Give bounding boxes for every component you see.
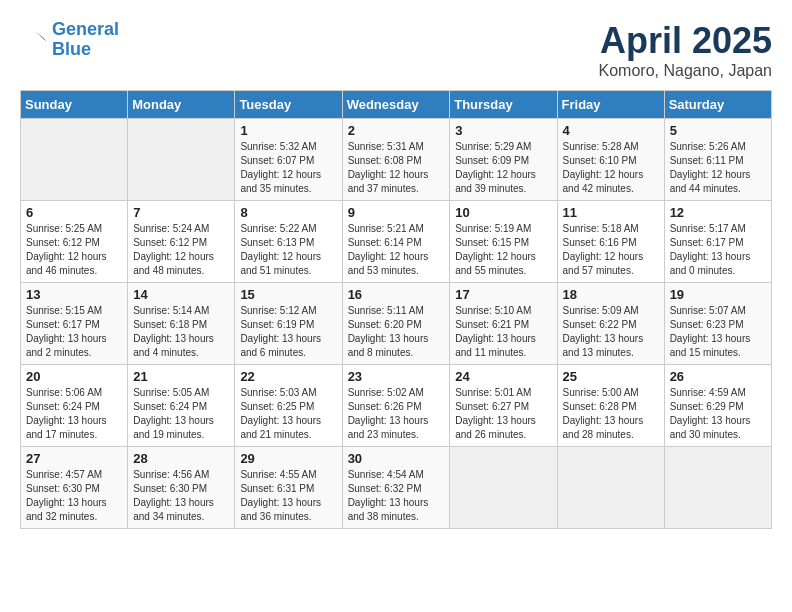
- calendar-cell: 16Sunrise: 5:11 AM Sunset: 6:20 PM Dayli…: [342, 283, 450, 365]
- calendar-cell: 22Sunrise: 5:03 AM Sunset: 6:25 PM Dayli…: [235, 365, 342, 447]
- day-number: 5: [670, 123, 766, 138]
- day-info: Sunrise: 5:14 AM Sunset: 6:18 PM Dayligh…: [133, 304, 229, 360]
- day-number: 24: [455, 369, 551, 384]
- day-info: Sunrise: 5:29 AM Sunset: 6:09 PM Dayligh…: [455, 140, 551, 196]
- day-info: Sunrise: 5:12 AM Sunset: 6:19 PM Dayligh…: [240, 304, 336, 360]
- weekday-header-friday: Friday: [557, 91, 664, 119]
- day-number: 13: [26, 287, 122, 302]
- day-number: 16: [348, 287, 445, 302]
- day-number: 11: [563, 205, 659, 220]
- calendar-cell: 14Sunrise: 5:14 AM Sunset: 6:18 PM Dayli…: [128, 283, 235, 365]
- calendar-cell: 10Sunrise: 5:19 AM Sunset: 6:15 PM Dayli…: [450, 201, 557, 283]
- calendar-cell: 19Sunrise: 5:07 AM Sunset: 6:23 PM Dayli…: [664, 283, 771, 365]
- calendar-cell: 11Sunrise: 5:18 AM Sunset: 6:16 PM Dayli…: [557, 201, 664, 283]
- calendar-cell: 15Sunrise: 5:12 AM Sunset: 6:19 PM Dayli…: [235, 283, 342, 365]
- day-number: 29: [240, 451, 336, 466]
- calendar-cell: 1Sunrise: 5:32 AM Sunset: 6:07 PM Daylig…: [235, 119, 342, 201]
- calendar-cell: 9Sunrise: 5:21 AM Sunset: 6:14 PM Daylig…: [342, 201, 450, 283]
- calendar-cell: 25Sunrise: 5:00 AM Sunset: 6:28 PM Dayli…: [557, 365, 664, 447]
- day-number: 10: [455, 205, 551, 220]
- day-info: Sunrise: 5:24 AM Sunset: 6:12 PM Dayligh…: [133, 222, 229, 278]
- calendar-week-row: 13Sunrise: 5:15 AM Sunset: 6:17 PM Dayli…: [21, 283, 772, 365]
- day-info: Sunrise: 5:11 AM Sunset: 6:20 PM Dayligh…: [348, 304, 445, 360]
- calendar-cell: 26Sunrise: 4:59 AM Sunset: 6:29 PM Dayli…: [664, 365, 771, 447]
- calendar-cell: 4Sunrise: 5:28 AM Sunset: 6:10 PM Daylig…: [557, 119, 664, 201]
- calendar-cell: 2Sunrise: 5:31 AM Sunset: 6:08 PM Daylig…: [342, 119, 450, 201]
- calendar-cell: 6Sunrise: 5:25 AM Sunset: 6:12 PM Daylig…: [21, 201, 128, 283]
- weekday-header-thursday: Thursday: [450, 91, 557, 119]
- calendar-week-row: 1Sunrise: 5:32 AM Sunset: 6:07 PM Daylig…: [21, 119, 772, 201]
- calendar-cell: 28Sunrise: 4:56 AM Sunset: 6:30 PM Dayli…: [128, 447, 235, 529]
- calendar-cell: [664, 447, 771, 529]
- weekday-header-row: SundayMondayTuesdayWednesdayThursdayFrid…: [21, 91, 772, 119]
- day-number: 27: [26, 451, 122, 466]
- day-number: 9: [348, 205, 445, 220]
- day-number: 21: [133, 369, 229, 384]
- day-number: 30: [348, 451, 445, 466]
- day-info: Sunrise: 5:22 AM Sunset: 6:13 PM Dayligh…: [240, 222, 336, 278]
- day-info: Sunrise: 5:07 AM Sunset: 6:23 PM Dayligh…: [670, 304, 766, 360]
- calendar-week-row: 20Sunrise: 5:06 AM Sunset: 6:24 PM Dayli…: [21, 365, 772, 447]
- day-number: 17: [455, 287, 551, 302]
- calendar-cell: 12Sunrise: 5:17 AM Sunset: 6:17 PM Dayli…: [664, 201, 771, 283]
- day-info: Sunrise: 5:28 AM Sunset: 6:10 PM Dayligh…: [563, 140, 659, 196]
- day-number: 25: [563, 369, 659, 384]
- day-number: 3: [455, 123, 551, 138]
- calendar-subtitle: Komoro, Nagano, Japan: [599, 62, 772, 80]
- title-section: April 2025 Komoro, Nagano, Japan: [599, 20, 772, 80]
- calendar-cell: [21, 119, 128, 201]
- calendar-cell: 5Sunrise: 5:26 AM Sunset: 6:11 PM Daylig…: [664, 119, 771, 201]
- day-number: 8: [240, 205, 336, 220]
- day-info: Sunrise: 5:21 AM Sunset: 6:14 PM Dayligh…: [348, 222, 445, 278]
- calendar-week-row: 6Sunrise: 5:25 AM Sunset: 6:12 PM Daylig…: [21, 201, 772, 283]
- calendar-cell: 27Sunrise: 4:57 AM Sunset: 6:30 PM Dayli…: [21, 447, 128, 529]
- day-info: Sunrise: 4:55 AM Sunset: 6:31 PM Dayligh…: [240, 468, 336, 524]
- day-number: 6: [26, 205, 122, 220]
- day-info: Sunrise: 5:25 AM Sunset: 6:12 PM Dayligh…: [26, 222, 122, 278]
- weekday-header-saturday: Saturday: [664, 91, 771, 119]
- day-info: Sunrise: 4:57 AM Sunset: 6:30 PM Dayligh…: [26, 468, 122, 524]
- day-info: Sunrise: 4:56 AM Sunset: 6:30 PM Dayligh…: [133, 468, 229, 524]
- day-info: Sunrise: 5:15 AM Sunset: 6:17 PM Dayligh…: [26, 304, 122, 360]
- day-number: 12: [670, 205, 766, 220]
- day-info: Sunrise: 4:54 AM Sunset: 6:32 PM Dayligh…: [348, 468, 445, 524]
- logo: General Blue: [20, 20, 119, 60]
- day-info: Sunrise: 5:26 AM Sunset: 6:11 PM Dayligh…: [670, 140, 766, 196]
- day-number: 15: [240, 287, 336, 302]
- weekday-header-wednesday: Wednesday: [342, 91, 450, 119]
- day-info: Sunrise: 5:00 AM Sunset: 6:28 PM Dayligh…: [563, 386, 659, 442]
- day-info: Sunrise: 5:17 AM Sunset: 6:17 PM Dayligh…: [670, 222, 766, 278]
- calendar-cell: [128, 119, 235, 201]
- calendar-cell: 8Sunrise: 5:22 AM Sunset: 6:13 PM Daylig…: [235, 201, 342, 283]
- calendar-cell: 21Sunrise: 5:05 AM Sunset: 6:24 PM Dayli…: [128, 365, 235, 447]
- calendar-cell: 23Sunrise: 5:02 AM Sunset: 6:26 PM Dayli…: [342, 365, 450, 447]
- calendar-cell: 20Sunrise: 5:06 AM Sunset: 6:24 PM Dayli…: [21, 365, 128, 447]
- weekday-header-monday: Monday: [128, 91, 235, 119]
- day-number: 7: [133, 205, 229, 220]
- calendar-cell: 7Sunrise: 5:24 AM Sunset: 6:12 PM Daylig…: [128, 201, 235, 283]
- svg-marker-1: [40, 36, 47, 42]
- calendar-cell: 13Sunrise: 5:15 AM Sunset: 6:17 PM Dayli…: [21, 283, 128, 365]
- day-number: 23: [348, 369, 445, 384]
- day-number: 28: [133, 451, 229, 466]
- day-info: Sunrise: 5:06 AM Sunset: 6:24 PM Dayligh…: [26, 386, 122, 442]
- day-info: Sunrise: 5:03 AM Sunset: 6:25 PM Dayligh…: [240, 386, 336, 442]
- logo-text: General Blue: [52, 20, 119, 60]
- day-number: 4: [563, 123, 659, 138]
- day-number: 14: [133, 287, 229, 302]
- calendar-cell: 24Sunrise: 5:01 AM Sunset: 6:27 PM Dayli…: [450, 365, 557, 447]
- day-number: 18: [563, 287, 659, 302]
- calendar-cell: 29Sunrise: 4:55 AM Sunset: 6:31 PM Dayli…: [235, 447, 342, 529]
- day-number: 2: [348, 123, 445, 138]
- weekday-header-tuesday: Tuesday: [235, 91, 342, 119]
- day-info: Sunrise: 5:01 AM Sunset: 6:27 PM Dayligh…: [455, 386, 551, 442]
- logo-icon: [20, 26, 48, 54]
- day-number: 20: [26, 369, 122, 384]
- day-info: Sunrise: 5:02 AM Sunset: 6:26 PM Dayligh…: [348, 386, 445, 442]
- day-info: Sunrise: 5:31 AM Sunset: 6:08 PM Dayligh…: [348, 140, 445, 196]
- calendar-week-row: 27Sunrise: 4:57 AM Sunset: 6:30 PM Dayli…: [21, 447, 772, 529]
- calendar-cell: 17Sunrise: 5:10 AM Sunset: 6:21 PM Dayli…: [450, 283, 557, 365]
- day-info: Sunrise: 5:05 AM Sunset: 6:24 PM Dayligh…: [133, 386, 229, 442]
- day-info: Sunrise: 5:10 AM Sunset: 6:21 PM Dayligh…: [455, 304, 551, 360]
- day-info: Sunrise: 4:59 AM Sunset: 6:29 PM Dayligh…: [670, 386, 766, 442]
